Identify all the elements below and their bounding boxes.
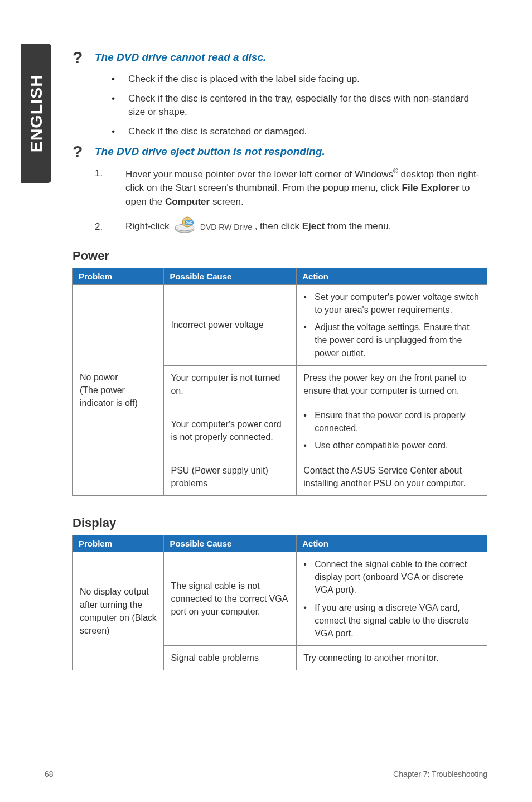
page-footer: 68 Chapter 7: Troubleshooting: [0, 765, 532, 779]
problem-cell: No power (The power indicator is off): [73, 284, 164, 495]
th-cause: Possible Cause: [164, 535, 297, 552]
question-mark-icon: ?: [72, 143, 95, 160]
cause-cell: PSU (Power supply unit) problems: [164, 458, 297, 495]
display-heading: Display: [72, 516, 487, 530]
step-text: Hover your mouse pointer over the lower …: [125, 167, 487, 209]
action-cell: •Ensure that the power cord is properly …: [297, 403, 487, 458]
table-header-row: Problem Possible Cause Action: [73, 535, 487, 552]
page-container: ENGLISH ? The DVD drive cannot read a di…: [0, 0, 532, 802]
list-item: 1. Hover your mouse pointer over the low…: [95, 167, 487, 209]
power-table: Problem Possible Cause Action No power (…: [72, 268, 487, 496]
bullet-icon: •: [112, 92, 128, 119]
bullet-icon: •: [112, 125, 128, 139]
table-header-row: Problem Possible Cause Action: [73, 268, 487, 284]
action-cell: •Connect the signal cable to the correct…: [297, 552, 487, 646]
cause-cell: Your computer is not turned on.: [164, 365, 297, 403]
action-cell: Try connecting to another monitor.: [297, 646, 487, 670]
cause-cell: Incorrect power voltage: [164, 284, 297, 365]
cause-cell: The signal cable is not connected to the…: [164, 552, 297, 646]
question-mark-icon: ?: [72, 49, 95, 66]
th-action: Action: [297, 535, 487, 552]
dvd-drive-icon: DVD: [174, 216, 195, 238]
th-problem: Problem: [73, 268, 164, 284]
svg-text:DVD: DVD: [186, 221, 193, 224]
faq-question-1: The DVD drive cannot read a disc.: [95, 50, 266, 64]
action-cell: Contact the ASUS Service Center about in…: [297, 458, 487, 495]
action-cell: •Set your computer's power voltage switc…: [297, 284, 487, 365]
chapter-label: Chapter 7: Troubleshooting: [393, 770, 487, 779]
bullet-icon: •: [112, 73, 128, 86]
cause-cell: Your computer's power cord is not proper…: [164, 403, 297, 458]
language-tab: ENGLISH: [21, 44, 51, 183]
step-number: 2.: [95, 220, 125, 234]
bullet-text: Check if the disc is placed with the lab…: [128, 73, 487, 86]
bullet-text: Check if the disc is scratched or damage…: [128, 125, 487, 139]
list-item: • Check if the disc is scratched or dama…: [112, 125, 487, 139]
faq-question-2: The DVD drive eject button is not respon…: [95, 144, 325, 158]
th-action: Action: [297, 268, 487, 284]
faq-item-1: ? The DVD drive cannot read a disc.: [72, 50, 487, 66]
page-number: 68: [45, 770, 54, 779]
faq-1-bullets: • Check if the disc is placed with the l…: [112, 73, 487, 139]
th-cause: Possible Cause: [164, 268, 297, 284]
faq-2-steps: 1. Hover your mouse pointer over the low…: [95, 167, 487, 238]
main-content: ? The DVD drive cannot read a disc. • Ch…: [72, 50, 487, 670]
step-text: Right-click DVD DVD RW Drive , then clic…: [125, 216, 487, 238]
table-row: No power (The power indicator is off) In…: [73, 284, 487, 365]
language-tab-label: ENGLISH: [27, 74, 46, 152]
step-number: 1.: [95, 167, 125, 209]
dvd-drive-label: DVD RW Drive: [200, 223, 252, 231]
bullet-text: Check if the disc is centered in the tra…: [128, 92, 487, 119]
list-item: • Check if the disc is centered in the t…: [112, 92, 487, 119]
faq-item-2: ? The DVD drive eject button is not resp…: [72, 144, 487, 160]
problem-cell: No display output after turning the comp…: [73, 552, 164, 670]
action-cell: Press the power key on the front panel t…: [297, 365, 487, 403]
list-item: 2. Right-click DVD DVD RW Drive: [95, 216, 487, 238]
list-item: • Check if the disc is placed with the l…: [112, 73, 487, 86]
cause-cell: Signal cable problems: [164, 646, 297, 670]
table-row: No display output after turning the comp…: [73, 552, 487, 646]
th-problem: Problem: [73, 535, 164, 552]
power-heading: Power: [72, 249, 487, 263]
display-table: Problem Possible Cause Action No display…: [72, 535, 487, 670]
